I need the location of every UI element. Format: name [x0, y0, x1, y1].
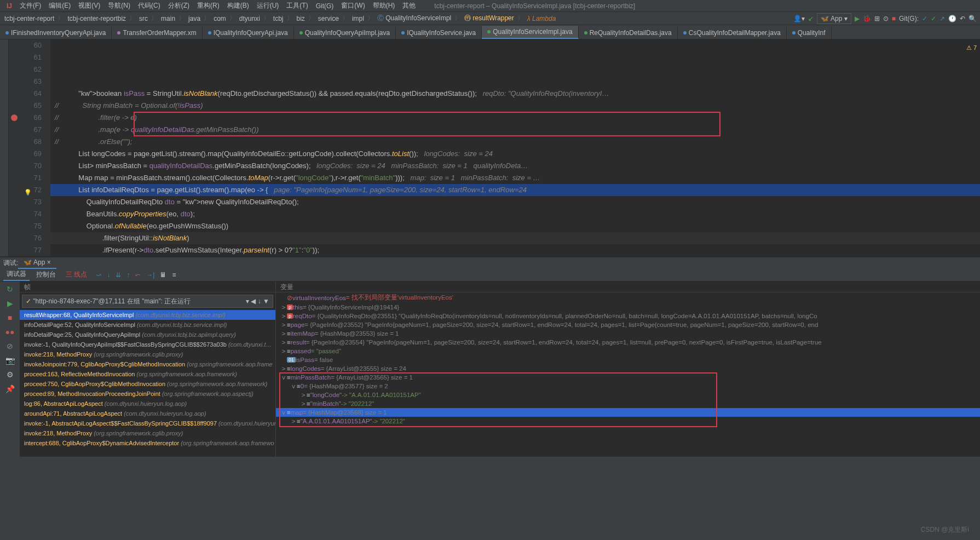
breadcrumb-item[interactable]: dtyunxi — [238, 15, 261, 22]
line-number[interactable]: 69 — [9, 148, 42, 160]
menu-item[interactable]: 导航(N) — [105, 0, 134, 12]
stop-icon[interactable]: ■ — [892, 15, 896, 22]
variable-row[interactable]: > ≡ longCodes = {ArrayList@23555} size =… — [276, 364, 980, 373]
menu-item[interactable]: 运行(U) — [253, 0, 283, 12]
menu-item[interactable]: 视图(V) — [75, 0, 103, 12]
run-icon[interactable]: ▶ — [855, 15, 860, 22]
line-number[interactable]: 66 — [9, 112, 42, 124]
stack-frame[interactable]: invoke:-1, QualityInfoQueryApiImpl$$Fast… — [20, 340, 275, 349]
git-revert-icon[interactable]: ↶ — [960, 15, 965, 22]
code-line[interactable]: .ifPresent(r->dto.setPushWmsStatus(Integ… — [50, 244, 980, 256]
variable-row[interactable]: > ≡ page = {PageInfo@23552} "PageInfo{pa… — [276, 320, 980, 329]
variable-row[interactable]: > p reqDto = {QualityInfoReqDto@23551} "… — [276, 312, 980, 320]
resume-icon[interactable]: ▶ — [7, 299, 13, 308]
code-line[interactable]: // .map(e -> qualityInfoDetailDas.getMin… — [50, 124, 980, 136]
variable-row[interactable]: > ≡ "A.A.01.01.AA010151AP" -> "202212" — [276, 417, 980, 426]
breadcrumb-item[interactable]: src — [138, 15, 149, 22]
line-number[interactable]: 67 — [9, 124, 42, 136]
stack-frame[interactable]: resultWrapper:68, QualityInfoServiceImpl… — [20, 310, 275, 320]
stack-frame[interactable]: proceed:89, MethodInvocationProceedingJo… — [20, 389, 275, 399]
line-number[interactable]: 💡72 — [9, 184, 42, 196]
line-number[interactable]: 65 — [9, 100, 42, 112]
menu-item[interactable]: 帮助(H) — [370, 0, 399, 12]
add-config-icon[interactable]: 👤▾ — [793, 15, 805, 22]
line-number[interactable]: 60 — [9, 39, 42, 51]
variable-row[interactable]: > ≡ result = {PageInfo@23554} "PageInfo{… — [276, 338, 980, 347]
stack-frame[interactable]: infoDetailPage:25, QualityInfoQueryApiIm… — [20, 330, 275, 340]
line-number[interactable]: 77 — [9, 244, 42, 256]
line-number[interactable]: 74 — [9, 208, 42, 220]
editor-tab[interactable]: QualityInfoServiceImpl.java — [482, 26, 578, 39]
debug-icon[interactable]: 🐞 — [863, 15, 871, 22]
thread-dump-icon[interactable]: 📷 — [5, 356, 15, 365]
thread-selector[interactable]: ✓ "http-nio-8748-exec-7"@17,111 在组 "main… — [22, 295, 273, 308]
line-number[interactable]: 76 — [9, 232, 42, 244]
editor-tab[interactable]: IQualityInfoQueryApi.java — [203, 27, 294, 39]
editor-tab[interactable]: QualityInf — [787, 27, 832, 39]
editor-tab[interactable]: ReQualityInfoDetailDas.java — [579, 27, 678, 39]
step-into-icon[interactable]: ↓ — [107, 271, 110, 279]
breadcrumb-item[interactable]: biz — [296, 15, 306, 22]
view-breakpoints-icon[interactable]: ●● — [5, 328, 15, 336]
code-line[interactable]: .filter(StringUtil::isNotBlank) — [50, 232, 980, 244]
line-gutter[interactable]: 606162636465666768697071💡727374757677 — [9, 39, 50, 256]
line-number[interactable]: 73 — [9, 196, 42, 208]
settings-icon[interactable]: ⚙ — [7, 370, 14, 379]
breadcrumb-item[interactable]: tcbj — [272, 15, 285, 22]
code-line[interactable]: "kw">boolean isPass = StringUtil.isNotBl… — [50, 88, 980, 100]
line-number[interactable]: 62 — [9, 64, 42, 76]
variable-row[interactable]: > ≡ itemMap = {HashMap@23553} size = 1 — [276, 329, 980, 338]
stack-frame[interactable]: invoke:-1, AbstractApiLogAspect$$FastCla… — [20, 418, 275, 428]
code-line[interactable]: List infoDetailReqDtos = page.getList().… — [50, 184, 980, 196]
git-commit-icon[interactable]: ✓ — [931, 15, 936, 22]
git-update-icon[interactable]: ✓ — [922, 15, 927, 22]
mute-breakpoints-icon[interactable]: ⊘ — [7, 342, 13, 351]
stack-frame[interactable]: proceed:163, ReflectiveMethodInvocation … — [20, 369, 275, 379]
evaluate-icon[interactable]: 🖩 — [160, 271, 166, 279]
editor-tab[interactable]: IQualityInfoService.java — [396, 27, 482, 39]
threads-tab[interactable]: 三 线点 — [62, 269, 90, 280]
breadcrumb-item[interactable]: main — [160, 15, 176, 22]
console-tab[interactable]: 控制台 — [33, 269, 59, 280]
stack-frame[interactable]: proceed:750, CglibAopProxy$CglibMethodIn… — [20, 379, 275, 389]
menu-item[interactable]: 工具(T) — [283, 0, 311, 12]
pin-icon[interactable]: 📌 — [5, 384, 15, 393]
editor-tab[interactable]: IFinishedInventoryQueryApi.java — [0, 27, 112, 39]
line-number[interactable]: 75 — [9, 220, 42, 232]
build-icon[interactable]: ↙ — [808, 15, 814, 22]
line-number[interactable]: 64 — [9, 88, 42, 100]
editor-tab[interactable]: QualityInfoQueryApiImpl.java — [294, 27, 396, 39]
stack-frame[interactable]: invoke:218, MethodProxy (org.springframe… — [20, 349, 275, 359]
code-area[interactable]: ⚠ 7 "kw">boolean isPass = StringUtil.isN… — [50, 39, 980, 256]
breadcrumb-item[interactable]: java — [187, 15, 201, 22]
menu-item[interactable]: 编辑(E) — [45, 0, 74, 12]
menu-item[interactable]: 文件(F) — [16, 0, 44, 12]
breadcrumb-item[interactable]: Ⓒ QualityInfoServiceImpl — [376, 14, 452, 23]
step-over-icon[interactable]: ⤻ — [96, 271, 101, 279]
variable-row[interactable]: > p this = {QualityInfoServiceImpl@19414… — [276, 303, 980, 312]
code-line[interactable]: // String minBatch = Optional.of(!isPass… — [50, 100, 980, 112]
variable-row[interactable]: 01 isPass = false — [276, 355, 980, 364]
code-line[interactable]: // .orElse(""); — [50, 136, 980, 148]
breadcrumb-item[interactable]: impl — [351, 15, 365, 22]
breadcrumb-item[interactable]: ⓜ resultWrapper — [463, 14, 515, 23]
variable-row[interactable]: ⊘ virtualInventoryEos = 找不到局部变量'virtualI… — [276, 292, 980, 303]
variable-row[interactable]: > ≡ "minBatch" -> "202212" — [276, 399, 980, 408]
editor-tab[interactable]: TransferOrderMapper.xm — [112, 27, 202, 39]
stack-frame[interactable]: invokeJoinpoint:779, CglibAopProxy$Cglib… — [20, 359, 275, 369]
variable-row[interactable]: v ≡ 0 = {HashMap@23577} size = 2 — [276, 382, 980, 390]
git-push-icon[interactable]: ↗ — [939, 15, 945, 22]
force-step-into-icon[interactable]: ⇊ — [116, 271, 121, 279]
line-number[interactable]: 70 — [9, 160, 42, 172]
line-number[interactable]: 63 — [9, 76, 42, 88]
variable-row[interactable]: > ≡ "longCode" -> "A.A.01.01.AA010151AP" — [276, 390, 980, 399]
variable-row[interactable]: v ≡ minPassBatch = {ArrayList@23565} siz… — [276, 373, 980, 382]
rerun-icon[interactable]: ↻ — [7, 285, 13, 294]
git-history-icon[interactable]: 🕐 — [948, 15, 956, 22]
code-editor[interactable]: 606162636465666768697071💡727374757677 ⚠ … — [0, 39, 980, 256]
trace-icon[interactable]: ≡ — [172, 271, 176, 279]
menu-item[interactable]: 构建(B) — [224, 0, 252, 12]
menu-item[interactable]: 代码(C) — [135, 0, 164, 12]
search-icon[interactable]: 🔍 — [969, 15, 977, 22]
menu-item[interactable]: 其他 — [399, 0, 419, 12]
